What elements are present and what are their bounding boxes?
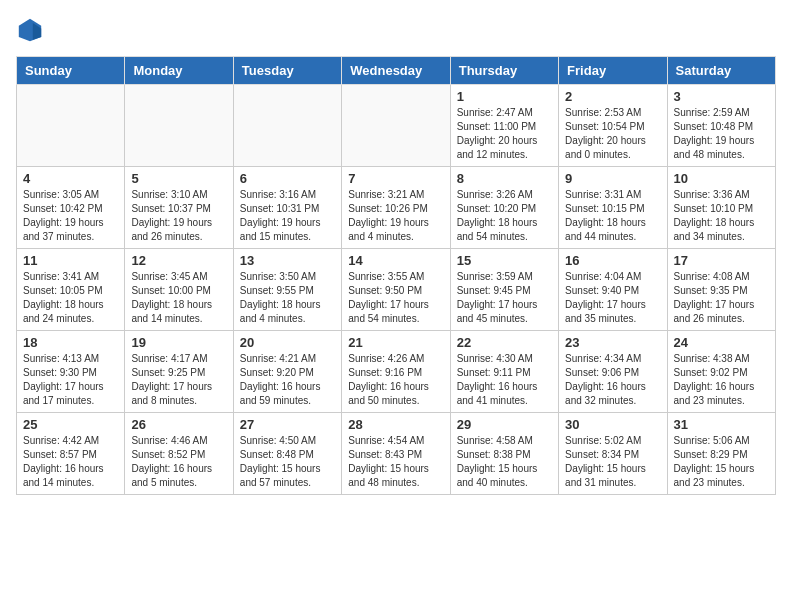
day-number: 28 [348, 417, 443, 432]
day-number: 14 [348, 253, 443, 268]
day-info: Sunrise: 2:53 AMSunset: 10:54 PMDaylight… [565, 106, 660, 162]
day-info: Sunrise: 4:38 AMSunset: 9:02 PMDaylight:… [674, 352, 769, 408]
day-cell: 1Sunrise: 2:47 AMSunset: 11:00 PMDayligh… [450, 85, 558, 167]
day-cell: 10Sunrise: 3:36 AMSunset: 10:10 PMDaylig… [667, 167, 775, 249]
day-cell: 5Sunrise: 3:10 AMSunset: 10:37 PMDayligh… [125, 167, 233, 249]
day-number: 30 [565, 417, 660, 432]
day-info: Sunrise: 4:46 AMSunset: 8:52 PMDaylight:… [131, 434, 226, 490]
day-cell: 25Sunrise: 4:42 AMSunset: 8:57 PMDayligh… [17, 413, 125, 495]
week-row-1: 1Sunrise: 2:47 AMSunset: 11:00 PMDayligh… [17, 85, 776, 167]
day-number: 2 [565, 89, 660, 104]
week-row-5: 25Sunrise: 4:42 AMSunset: 8:57 PMDayligh… [17, 413, 776, 495]
day-cell: 16Sunrise: 4:04 AMSunset: 9:40 PMDayligh… [559, 249, 667, 331]
day-cell: 23Sunrise: 4:34 AMSunset: 9:06 PMDayligh… [559, 331, 667, 413]
day-info: Sunrise: 2:47 AMSunset: 11:00 PMDaylight… [457, 106, 552, 162]
day-info: Sunrise: 3:21 AMSunset: 10:26 PMDaylight… [348, 188, 443, 244]
day-cell [125, 85, 233, 167]
day-number: 19 [131, 335, 226, 350]
column-header-wednesday: Wednesday [342, 57, 450, 85]
day-number: 12 [131, 253, 226, 268]
day-cell: 9Sunrise: 3:31 AMSunset: 10:15 PMDayligh… [559, 167, 667, 249]
day-info: Sunrise: 3:05 AMSunset: 10:42 PMDaylight… [23, 188, 118, 244]
column-header-friday: Friday [559, 57, 667, 85]
day-info: Sunrise: 4:08 AMSunset: 9:35 PMDaylight:… [674, 270, 769, 326]
day-info: Sunrise: 4:21 AMSunset: 9:20 PMDaylight:… [240, 352, 335, 408]
day-number: 18 [23, 335, 118, 350]
day-number: 25 [23, 417, 118, 432]
column-header-thursday: Thursday [450, 57, 558, 85]
day-cell: 6Sunrise: 3:16 AMSunset: 10:31 PMDayligh… [233, 167, 341, 249]
day-cell: 19Sunrise: 4:17 AMSunset: 9:25 PMDayligh… [125, 331, 233, 413]
day-cell: 24Sunrise: 4:38 AMSunset: 9:02 PMDayligh… [667, 331, 775, 413]
day-number: 16 [565, 253, 660, 268]
day-cell: 18Sunrise: 4:13 AMSunset: 9:30 PMDayligh… [17, 331, 125, 413]
day-cell: 20Sunrise: 4:21 AMSunset: 9:20 PMDayligh… [233, 331, 341, 413]
day-info: Sunrise: 4:42 AMSunset: 8:57 PMDaylight:… [23, 434, 118, 490]
day-info: Sunrise: 3:59 AMSunset: 9:45 PMDaylight:… [457, 270, 552, 326]
day-info: Sunrise: 3:41 AMSunset: 10:05 PMDaylight… [23, 270, 118, 326]
day-info: Sunrise: 4:50 AMSunset: 8:48 PMDaylight:… [240, 434, 335, 490]
page-header [16, 16, 776, 44]
day-cell: 15Sunrise: 3:59 AMSunset: 9:45 PMDayligh… [450, 249, 558, 331]
day-number: 7 [348, 171, 443, 186]
day-cell: 22Sunrise: 4:30 AMSunset: 9:11 PMDayligh… [450, 331, 558, 413]
day-number: 8 [457, 171, 552, 186]
logo-icon [16, 16, 44, 44]
day-info: Sunrise: 4:58 AMSunset: 8:38 PMDaylight:… [457, 434, 552, 490]
day-info: Sunrise: 4:13 AMSunset: 9:30 PMDaylight:… [23, 352, 118, 408]
column-header-sunday: Sunday [17, 57, 125, 85]
day-number: 27 [240, 417, 335, 432]
day-cell: 14Sunrise: 3:55 AMSunset: 9:50 PMDayligh… [342, 249, 450, 331]
day-cell: 11Sunrise: 3:41 AMSunset: 10:05 PMDaylig… [17, 249, 125, 331]
day-info: Sunrise: 3:10 AMSunset: 10:37 PMDaylight… [131, 188, 226, 244]
day-info: Sunrise: 3:55 AMSunset: 9:50 PMDaylight:… [348, 270, 443, 326]
day-cell: 21Sunrise: 4:26 AMSunset: 9:16 PMDayligh… [342, 331, 450, 413]
day-cell: 17Sunrise: 4:08 AMSunset: 9:35 PMDayligh… [667, 249, 775, 331]
column-header-monday: Monday [125, 57, 233, 85]
day-cell: 8Sunrise: 3:26 AMSunset: 10:20 PMDayligh… [450, 167, 558, 249]
day-number: 21 [348, 335, 443, 350]
day-number: 29 [457, 417, 552, 432]
logo [16, 16, 48, 44]
day-number: 5 [131, 171, 226, 186]
day-number: 11 [23, 253, 118, 268]
day-number: 6 [240, 171, 335, 186]
week-row-4: 18Sunrise: 4:13 AMSunset: 9:30 PMDayligh… [17, 331, 776, 413]
day-number: 20 [240, 335, 335, 350]
day-cell: 29Sunrise: 4:58 AMSunset: 8:38 PMDayligh… [450, 413, 558, 495]
day-cell: 2Sunrise: 2:53 AMSunset: 10:54 PMDayligh… [559, 85, 667, 167]
day-number: 3 [674, 89, 769, 104]
day-info: Sunrise: 4:30 AMSunset: 9:11 PMDaylight:… [457, 352, 552, 408]
day-cell: 26Sunrise: 4:46 AMSunset: 8:52 PMDayligh… [125, 413, 233, 495]
day-info: Sunrise: 4:26 AMSunset: 9:16 PMDaylight:… [348, 352, 443, 408]
calendar: SundayMondayTuesdayWednesdayThursdayFrid… [16, 56, 776, 495]
day-number: 9 [565, 171, 660, 186]
day-info: Sunrise: 3:31 AMSunset: 10:15 PMDaylight… [565, 188, 660, 244]
day-info: Sunrise: 3:26 AMSunset: 10:20 PMDaylight… [457, 188, 552, 244]
day-number: 23 [565, 335, 660, 350]
day-cell [17, 85, 125, 167]
day-info: Sunrise: 4:54 AMSunset: 8:43 PMDaylight:… [348, 434, 443, 490]
day-cell: 3Sunrise: 2:59 AMSunset: 10:48 PMDayligh… [667, 85, 775, 167]
day-number: 31 [674, 417, 769, 432]
day-number: 4 [23, 171, 118, 186]
day-cell [233, 85, 341, 167]
day-number: 22 [457, 335, 552, 350]
day-cell: 4Sunrise: 3:05 AMSunset: 10:42 PMDayligh… [17, 167, 125, 249]
day-cell: 13Sunrise: 3:50 AMSunset: 9:55 PMDayligh… [233, 249, 341, 331]
day-cell [342, 85, 450, 167]
day-info: Sunrise: 5:02 AMSunset: 8:34 PMDaylight:… [565, 434, 660, 490]
day-cell: 12Sunrise: 3:45 AMSunset: 10:00 PMDaylig… [125, 249, 233, 331]
day-cell: 28Sunrise: 4:54 AMSunset: 8:43 PMDayligh… [342, 413, 450, 495]
column-header-tuesday: Tuesday [233, 57, 341, 85]
day-info: Sunrise: 2:59 AMSunset: 10:48 PMDaylight… [674, 106, 769, 162]
day-cell: 30Sunrise: 5:02 AMSunset: 8:34 PMDayligh… [559, 413, 667, 495]
day-number: 24 [674, 335, 769, 350]
day-info: Sunrise: 3:36 AMSunset: 10:10 PMDaylight… [674, 188, 769, 244]
day-info: Sunrise: 5:06 AMSunset: 8:29 PMDaylight:… [674, 434, 769, 490]
day-info: Sunrise: 3:50 AMSunset: 9:55 PMDaylight:… [240, 270, 335, 326]
day-info: Sunrise: 3:45 AMSunset: 10:00 PMDaylight… [131, 270, 226, 326]
day-info: Sunrise: 3:16 AMSunset: 10:31 PMDaylight… [240, 188, 335, 244]
day-number: 10 [674, 171, 769, 186]
day-number: 17 [674, 253, 769, 268]
